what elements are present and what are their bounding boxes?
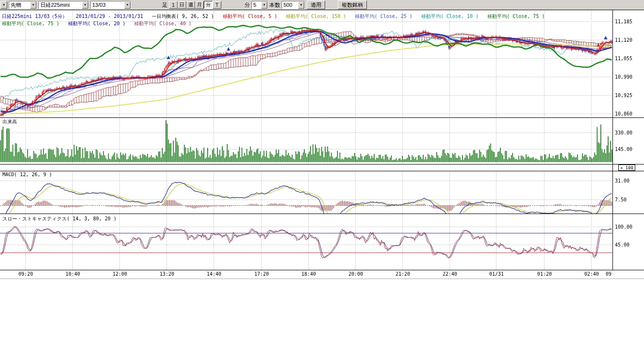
market-select-value: 先物 <box>11 1 21 9</box>
bar-type-button-2[interactable]: 週 <box>186 1 195 9</box>
bar-type-label: 足 <box>162 1 167 9</box>
legend-item: 移動平均( Close, 25 ) <box>355 14 413 19</box>
legend-row: 移動平均( Close, 75 )移動平均( Close, 20 )移動平均( … <box>2 18 553 26</box>
chevron-down-icon[interactable]: ▼ <box>30 1 36 9</box>
legend-item: 移動平均( Close, 75 ) <box>2 21 59 26</box>
bar-type-button-3[interactable]: 月 <box>195 1 204 9</box>
apply-button[interactable]: 適用 <box>307 0 325 9</box>
chart-legend: 日経225mini 13/03（5分）2013/01/29 - 2013/01/… <box>2 11 553 26</box>
market-select[interactable]: 先物 ▼ <box>9 1 37 9</box>
multi-symbol-button[interactable]: 複数銘柄 <box>338 0 367 9</box>
chevron-down-icon[interactable]: ▼ <box>82 1 88 9</box>
legend-item: 移動平均( Close, 20 ) <box>68 21 125 26</box>
window-chevron-button[interactable]: ▼ <box>0 1 7 9</box>
symbol-select[interactable]: 日経225mini ▼ <box>38 1 89 9</box>
toolbar: ▼ 先物 ▼ 日経225mini ▼ 13/03 ▼ 足 1日週月分T 分 5 … <box>0 0 644 10</box>
count-select-value: 500 <box>283 2 292 8</box>
count-label: 本数 <box>269 1 280 9</box>
chart-canvas[interactable] <box>0 0 644 279</box>
chevron-down-icon[interactable]: ▼ <box>298 1 304 9</box>
minutes-label: 分 <box>245 1 250 9</box>
bar-type-button-0[interactable]: 1 <box>169 1 178 9</box>
legend-item: 移動平均( Close, 40 ) <box>134 21 192 26</box>
bar-type-button-1[interactable]: 日 <box>178 1 186 9</box>
chevron-down-icon[interactable]: ▼ <box>124 1 131 9</box>
trading-chart-app: { "window": {"width": 1327, "height": 74… <box>0 0 644 363</box>
count-select[interactable]: 500 ▼ <box>281 1 305 9</box>
symbol-select-value: 日経225mini <box>40 1 70 9</box>
legend-item: 移動平均( Close, 10 ) <box>421 14 479 19</box>
contract-select[interactable]: 13/03 ▼ <box>90 1 131 9</box>
bar-type-button-4[interactable]: 分 <box>204 1 213 9</box>
contract-select-value: 13/03 <box>92 2 106 8</box>
minutes-select-value: 5 <box>253 2 256 8</box>
minutes-select[interactable]: 5 ▼ <box>251 1 268 9</box>
legend-item: 移動平均( Close, 5 ) <box>223 14 277 19</box>
bar-type-group: 1日週月分T <box>169 1 221 9</box>
chevron-down-icon[interactable]: ▼ <box>261 1 267 9</box>
bar-type-button-5[interactable]: T <box>213 1 221 9</box>
legend-item: 移動平均( Close, 75 ) <box>487 14 545 19</box>
legend-row: 日経225mini 13/03（5分）2013/01/29 - 2013/01/… <box>2 11 553 18</box>
legend-item: 移動平均( Close, 150 ) <box>286 14 346 19</box>
